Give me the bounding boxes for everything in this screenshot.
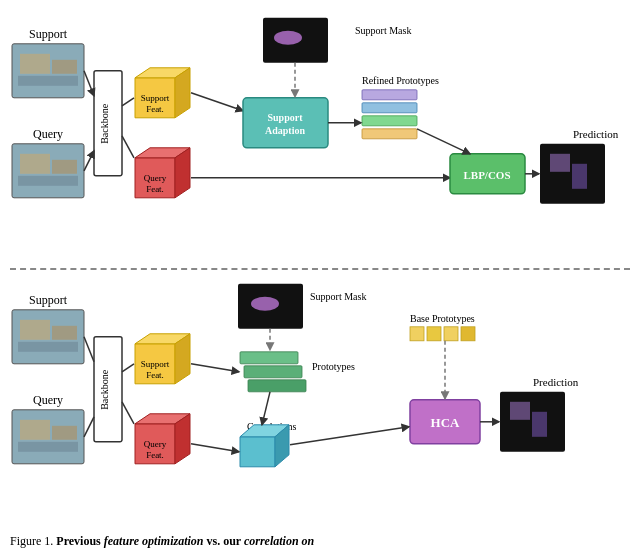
prediction-label-bot: Prediction (533, 375, 579, 387)
proto-1-top (362, 90, 417, 100)
support-mask-blob-bot (251, 296, 279, 310)
base-proto-2-bot (427, 326, 441, 340)
svg-rect-15 (18, 441, 78, 451)
support-feat-label2-top: Feat. (146, 104, 164, 114)
support-feat-label2-bot: Feat. (146, 369, 164, 379)
caption-text: Figure 1. Previous feature optimization … (10, 534, 314, 548)
support-mask-blob-top (274, 31, 302, 45)
figure-caption: Figure 1. Previous feature optimization … (10, 529, 630, 552)
arrow-corr-hca-bot (290, 426, 409, 444)
refined-proto-label-top: Refined Prototypes (362, 75, 439, 86)
support-mask-label-bot: Support Mask (310, 290, 366, 301)
pred-shape2-top (572, 164, 587, 189)
svg-rect-11 (18, 341, 78, 351)
query-feat-label2-top: Feat. (146, 184, 164, 194)
label-support-bot: Support (29, 292, 68, 306)
backbone-label-bot: Backbone (99, 369, 110, 410)
support-adapt-label-top: Support (267, 112, 303, 123)
arrow-backbone-qfeat-bot (122, 401, 134, 423)
lbp-cos-label-top: LBP/COS (463, 169, 510, 181)
svg-rect-5 (20, 154, 50, 174)
support-adapt-box-top (243, 98, 328, 148)
base-proto-3-bot (444, 326, 458, 340)
bottom-diagram-svg: Support Query Backbone Support Feat. Que… (10, 274, 630, 530)
section-divider (10, 268, 630, 270)
arrow-query-backbone-top (84, 151, 94, 171)
proto-stack-1-bot (240, 351, 298, 363)
proto-2-top (362, 103, 417, 113)
label-query-top: Query (33, 127, 63, 141)
proto-stack-2-bot (244, 365, 302, 377)
arrow-proto-lbp-top (417, 129, 470, 154)
svg-rect-14 (52, 425, 77, 439)
arrow-backbone-sfeat-top (122, 98, 134, 106)
svg-rect-6 (52, 160, 77, 174)
support-feat-label-bot: Support (141, 358, 170, 368)
hca-label-bot: HCA (431, 414, 461, 429)
arrow-backbone-qfeat-top (122, 136, 134, 158)
pred-shape1-bot (510, 401, 530, 419)
base-proto-label-bot: Base Prototypes (410, 312, 475, 323)
corr-front-bot (240, 436, 275, 466)
prediction-label-top: Prediction (573, 128, 619, 140)
support-mask-label-top: Support Mask (355, 25, 411, 36)
arrow-support-backbone-bot (84, 336, 94, 361)
svg-rect-2 (52, 60, 77, 74)
top-diagram: Support Query Backbone Support Feat. Que… (10, 8, 630, 264)
svg-rect-13 (20, 419, 50, 439)
arrow-qfeat-corr-bot (191, 443, 239, 451)
main-container: Support Query Backbone Support Feat. Que… (0, 0, 640, 558)
arrow-backbone-sfeat-bot (122, 363, 134, 371)
arrow-query-backbone-bot (84, 416, 94, 436)
base-proto-4-bot (461, 326, 475, 340)
proto-4-top (362, 129, 417, 139)
svg-rect-10 (52, 325, 77, 339)
svg-rect-7 (18, 176, 78, 186)
label-query-bot: Query (33, 392, 63, 406)
svg-rect-3 (18, 76, 78, 86)
proto-3-top (362, 116, 417, 126)
query-feat-label-top: Query (144, 173, 167, 183)
arrow-support-backbone-top (84, 71, 94, 96)
bottom-diagram: Support Query Backbone Support Feat. Que… (10, 274, 630, 530)
backbone-label-top: Backbone (99, 103, 110, 144)
proto-stack-3-bot (248, 379, 306, 391)
label-support-top: Support (29, 27, 68, 41)
support-feat-label-top: Support (141, 93, 170, 103)
pred-shape1-top (550, 154, 570, 172)
arrow-sfeat-adapt-top (191, 93, 243, 111)
support-adapt-label2-top: Adaption (265, 125, 305, 136)
prototypes-label-bot: Prototypes (312, 360, 355, 371)
base-proto-1-bot (410, 326, 424, 340)
query-feat-label-bot: Query (144, 438, 167, 448)
arrow-sfeat-proto-bot (191, 363, 239, 371)
top-diagram-svg: Support Query Backbone Support Feat. Que… (10, 8, 630, 264)
svg-rect-9 (20, 319, 50, 339)
pred-shape2-bot (532, 411, 547, 436)
svg-rect-1 (20, 54, 50, 74)
query-feat-label2-bot: Feat. (146, 449, 164, 459)
